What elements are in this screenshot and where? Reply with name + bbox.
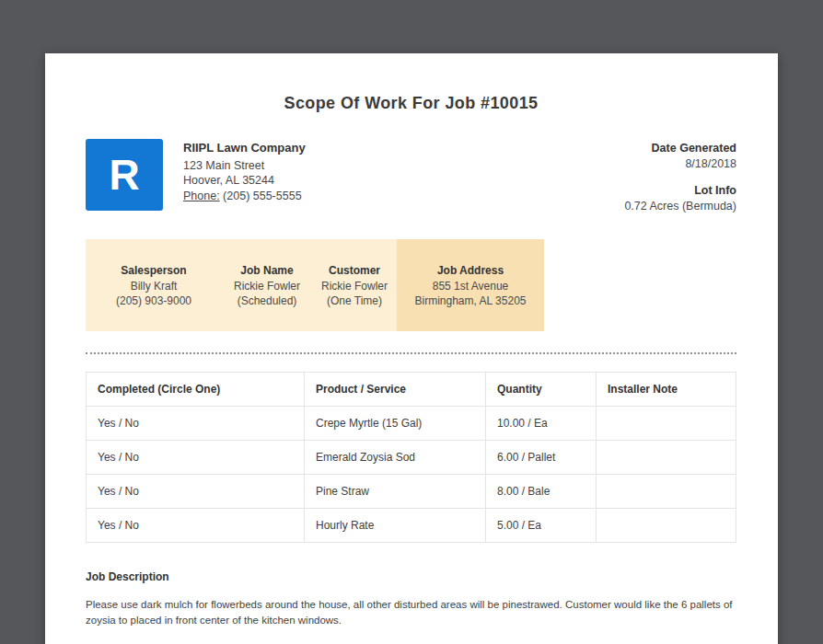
document-page: Scope Of Work For Job #10015 R RIIPL Law…: [45, 53, 778, 644]
company-address-line1: 123 Main Street: [183, 158, 306, 174]
job-name-value: Rickie Fowler: [226, 279, 308, 294]
installer-note-cell: [597, 508, 736, 542]
lot-info-value: 0.72 Acres (Bermuda): [624, 199, 736, 214]
quantity-cell: 8.00 / Bale: [486, 474, 597, 508]
salesperson-phone: (205) 903-9000: [89, 293, 218, 309]
customer-label: Customer: [316, 263, 393, 279]
job-name-label: Job Name: [226, 263, 308, 279]
page-title: Scope Of Work For Job #10015: [86, 94, 736, 113]
product-cell: Pine Straw: [305, 474, 486, 508]
header-installer-note: Installer Note: [597, 372, 736, 406]
phone-label: Phone:: [183, 190, 220, 202]
scope-of-work-table: Completed (Circle One) Product / Service…: [86, 372, 736, 543]
installer-note-cell: [597, 440, 736, 474]
completed-cell: Yes / No: [87, 406, 305, 440]
logo-letter: R: [109, 154, 139, 196]
dashed-divider: [86, 352, 736, 354]
table-row: Yes / No Emerald Zoysia Sod 6.00 / Palle…: [87, 440, 736, 474]
installer-note-cell: [597, 474, 736, 508]
header-quantity: Quantity: [486, 372, 597, 406]
phone-value: (205) 555-5555: [223, 190, 301, 202]
lot-info-label: Lot Info: [624, 183, 736, 199]
product-cell: Hourly Rate: [305, 508, 486, 542]
salesperson-label: Salesperson: [89, 263, 218, 279]
company-info: RIIPL Lawn Company 123 Main Street Hoove…: [183, 139, 306, 203]
table-row: Yes / No Pine Straw 8.00 / Bale: [87, 474, 736, 508]
date-generated-value: 8/18/2018: [624, 156, 736, 172]
job-description-paragraph: Please use dark mulch for flowerbeds aro…: [86, 597, 736, 628]
completed-cell: Yes / No: [87, 440, 305, 474]
completed-cell: Yes / No: [87, 508, 305, 542]
quantity-cell: 10.00 / Ea: [486, 406, 597, 440]
company-address-line2: Hoover, AL 35244: [183, 173, 306, 189]
info-col-job-name: Job Name Rickie Fowler (Scheduled): [222, 239, 312, 331]
header-completed: Completed (Circle One): [87, 372, 305, 406]
company-logo: R: [86, 139, 163, 211]
table-row: Yes / No Crepe Myrtle (15 Gal) 10.00 / E…: [87, 406, 736, 440]
customer-name: Rickie Fowler: [316, 279, 393, 294]
salesperson-name: Billy Kraft: [89, 279, 218, 294]
table-header-row: Completed (Circle One) Product / Service…: [87, 372, 736, 406]
document-meta: Date Generated 8/18/2018 Lot Info 0.72 A…: [624, 139, 736, 213]
completed-cell: Yes / No: [87, 474, 305, 508]
document-header: R RIIPL Lawn Company 123 Main Street Hoo…: [86, 139, 736, 213]
quantity-cell: 6.00 / Pallet: [486, 440, 597, 474]
date-generated-label: Date Generated: [624, 141, 736, 156]
info-col-salesperson: Salesperson Billy Kraft (205) 903-9000: [86, 239, 222, 331]
quantity-cell: 5.00 / Ea: [486, 508, 597, 542]
company-phone: Phone: (205) 555-5555: [183, 189, 306, 204]
product-cell: Emerald Zoysia Sod: [305, 440, 486, 474]
job-address-line1: 855 1st Avenue: [400, 279, 540, 294]
info-col-customer: Customer Rickie Fowler (One Time): [312, 239, 397, 331]
company-name: RIIPL Lawn Company: [183, 141, 306, 156]
table-row: Yes / No Hourly Rate 5.00 / Ea: [87, 508, 736, 542]
info-col-job-address: Job Address 855 1st Avenue Birmingham, A…: [397, 239, 544, 331]
product-cell: Crepe Myrtle (15 Gal): [305, 406, 486, 440]
job-description-heading: Job Description: [86, 570, 736, 583]
customer-type: (One Time): [316, 293, 393, 309]
job-address-label: Job Address: [400, 263, 540, 279]
installer-note-cell: [597, 406, 736, 440]
job-status: (Scheduled): [226, 293, 308, 309]
job-address-line2: Birmingham, AL 35205: [400, 293, 540, 309]
header-product-service: Product / Service: [305, 372, 486, 406]
job-info-bar: Salesperson Billy Kraft (205) 903-9000 J…: [86, 239, 736, 331]
